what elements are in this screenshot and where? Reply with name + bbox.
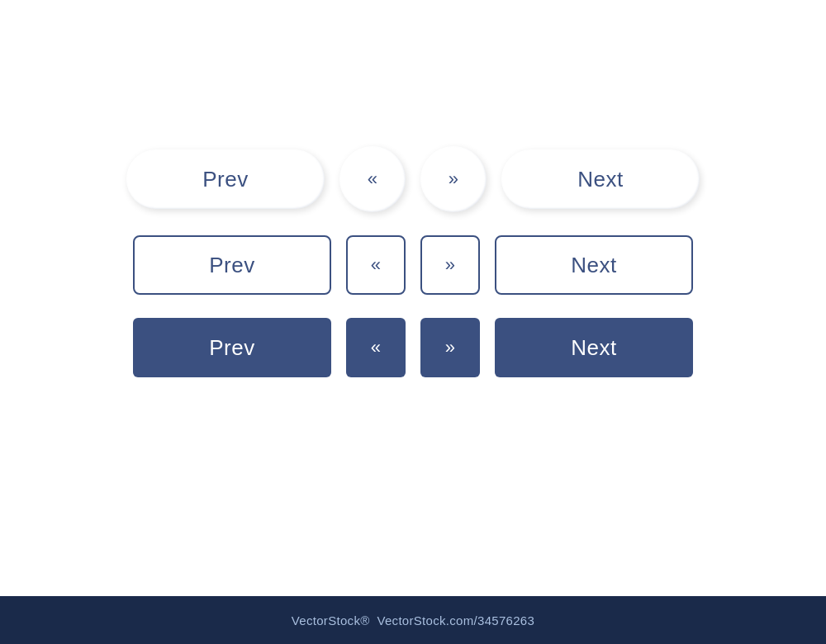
footer-registered: ®: [360, 613, 369, 627]
double-left-outline-icon: «: [371, 256, 382, 274]
next-outline-label: Next: [571, 253, 616, 278]
rewind-outline-button[interactable]: «: [346, 235, 406, 295]
prev-filled-label: Prev: [209, 335, 254, 361]
forward-pill-button[interactable]: »: [420, 146, 487, 212]
footer: VectorStock® VectorStock.com/34576263: [0, 596, 826, 644]
prev-outline-button[interactable]: Prev: [133, 235, 331, 295]
row-pill: Prev « » Next: [126, 146, 700, 212]
double-right-outline-icon: »: [445, 256, 456, 274]
next-pill-button[interactable]: Next: [501, 149, 700, 209]
next-filled-button[interactable]: Next: [495, 318, 693, 377]
double-left-icon: «: [368, 170, 378, 188]
next-filled-label: Next: [571, 335, 616, 361]
prev-pill-button[interactable]: Prev: [126, 149, 325, 209]
next-pill-label: Next: [577, 167, 623, 192]
prev-pill-label: Prev: [202, 167, 248, 192]
row-filled: Prev « » Next: [133, 318, 693, 377]
footer-text: VectorStock® VectorStock.com/34576263: [292, 613, 534, 627]
double-left-filled-icon: «: [371, 339, 382, 357]
footer-brand: VectorStock: [292, 613, 360, 627]
double-right-filled-icon: »: [445, 339, 456, 357]
double-right-icon: »: [449, 170, 459, 188]
rewind-pill-button[interactable]: «: [339, 146, 406, 212]
rewind-filled-button[interactable]: «: [346, 318, 406, 377]
forward-outline-button[interactable]: »: [420, 235, 480, 295]
footer-url: VectorStock.com/34576263: [377, 613, 534, 627]
prev-outline-label: Prev: [209, 253, 254, 278]
row-outline: Prev « » Next: [133, 235, 693, 295]
forward-filled-button[interactable]: »: [420, 318, 480, 377]
main-content: Prev « » Next Prev « » Next Prev «: [0, 0, 826, 596]
prev-filled-button[interactable]: Prev: [133, 318, 331, 377]
next-outline-button[interactable]: Next: [495, 235, 693, 295]
